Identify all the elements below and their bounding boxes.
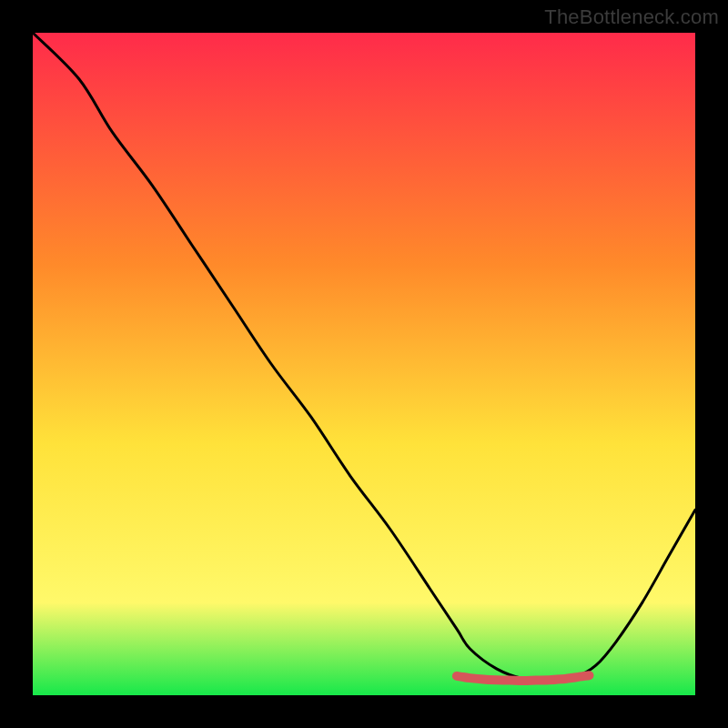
chart-container: TheBottleneck.com (0, 0, 728, 728)
marker-band (457, 675, 590, 681)
gradient-bg-rect (33, 33, 695, 695)
plot-area (33, 33, 695, 695)
chart-svg (33, 33, 695, 695)
watermark-text: TheBottleneck.com (544, 5, 719, 29)
